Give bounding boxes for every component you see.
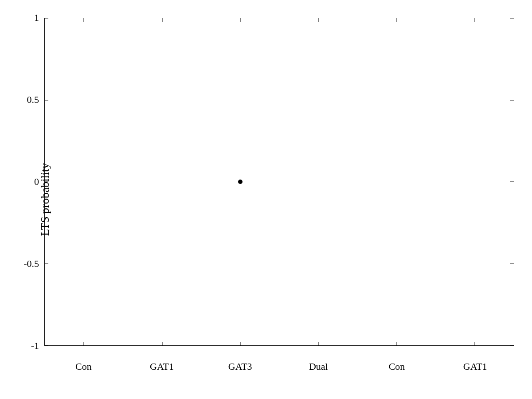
tick-left-1 xyxy=(45,18,48,19)
tick-right-n05 xyxy=(510,263,514,264)
y-label-05: 0.5 xyxy=(27,94,39,106)
tick-left-n05 xyxy=(45,263,48,264)
x-label-con2: Con xyxy=(389,361,405,372)
x-label-dual: Dual xyxy=(309,361,328,372)
x-label-con1: Con xyxy=(75,361,92,372)
y-label-0: 0 xyxy=(34,176,39,188)
y-label-1: 1 xyxy=(34,12,39,23)
tick-bottom-con2 xyxy=(396,342,397,345)
y-axis-labels: 1 0.5 0 -0.5 -1 xyxy=(0,18,44,346)
tick-left-0 xyxy=(45,182,48,182)
tick-bottom-gat1b xyxy=(474,342,475,345)
tick-top-con1 xyxy=(84,18,84,22)
y-label-n05: -0.5 xyxy=(23,258,39,270)
tick-top-gat3 xyxy=(240,18,240,22)
chart-area xyxy=(44,18,514,346)
tick-right-05 xyxy=(510,100,514,100)
tick-bottom-gat1 xyxy=(162,342,162,345)
tick-left-05 xyxy=(45,100,48,100)
data-point-gat3 xyxy=(238,180,243,184)
tick-top-dual xyxy=(318,18,319,22)
x-label-gat3: GAT3 xyxy=(228,361,252,372)
tick-bottom-dual xyxy=(318,342,319,345)
x-axis-labels: Con GAT1 GAT3 Dual Con GAT1 xyxy=(44,346,514,381)
x-label-gat1: GAT1 xyxy=(150,361,174,372)
tick-bottom-gat3 xyxy=(240,342,240,345)
tick-right-0 xyxy=(510,182,514,182)
tick-right-1 xyxy=(510,18,514,19)
chart-container: LTS probability 1 0.5 0 -0.5 -1 xyxy=(0,0,532,399)
x-label-gat1b: GAT1 xyxy=(463,361,487,372)
tick-top-gat1b xyxy=(474,18,475,22)
tick-top-con2 xyxy=(396,18,397,22)
tick-top-gat1 xyxy=(162,18,162,22)
tick-bottom-con1 xyxy=(84,342,84,345)
y-label-n1: -1 xyxy=(31,340,39,352)
